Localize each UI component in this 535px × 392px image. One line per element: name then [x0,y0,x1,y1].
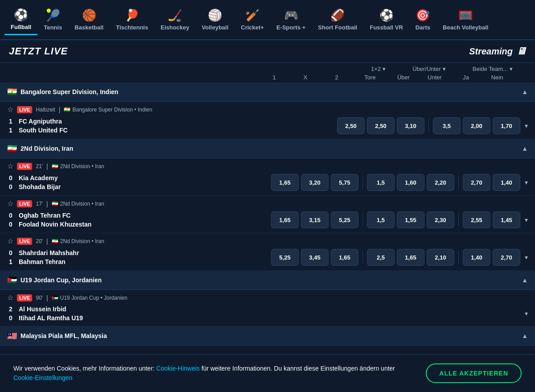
col-x: X [290,74,321,81]
nav-shortfootball[interactable]: 🏈 Short Football [312,5,363,34]
streaming-button[interactable]: Streaming 🖥 [469,45,526,57]
expand-match-icon[interactable]: ▾ [525,122,528,129]
odds-1-m4[interactable]: 5,25 [271,249,299,266]
cookie-settings-link[interactable]: Cookie-Einstellungen [13,374,72,381]
odds-tore-m1[interactable]: 3,5 [433,117,461,134]
odds-unter-m3[interactable]: 2,30 [427,211,454,228]
odds-2-m3[interactable]: 5,25 [331,211,358,228]
nav-fussballvr-label: Fussball VR [370,24,403,31]
odds-tore-m2[interactable]: 1,5 [367,174,395,191]
favorite-star-m5-icon[interactable]: ☆ [7,293,13,302]
dropdown-beide-team[interactable]: Beide Team... ▾ [473,66,513,72]
odds-unter-m4[interactable]: 2,10 [427,249,454,266]
league-bangalore[interactable]: 🇮🇳 Bangalore Super Division, Indien ▲ [0,83,535,102]
eishockey-icon: 🏒 [168,8,182,22]
live-badge-m3: LIVE [17,200,32,207]
team2-m5: Itihad AL Ramtha U19 [19,314,83,322]
favorite-star-m2-icon[interactable]: ☆ [7,162,13,170]
team2-m3: Foolad Novin Khuzestan [19,221,91,228]
scores-m3: 0 0 [7,212,14,228]
odds-nein-m4[interactable]: 2,70 [493,249,520,266]
col-ueber: Über [388,74,419,81]
score2-m5: 0 [9,314,12,322]
cookie-text: Wir verwenden Cookies, mehr Informatione… [13,364,412,383]
odds-ueber-m2[interactable]: 1,60 [397,174,424,191]
odds-x-m2[interactable]: 3,20 [301,174,329,191]
shortfootball-icon: 🏈 [330,8,345,22]
odds-unter-m2[interactable]: 2,20 [427,174,454,191]
nav-esports[interactable]: 🎮 E-Sports + [270,5,312,34]
dropdown-1x2[interactable]: 1×2 ▾ [371,66,386,72]
favorite-star-m3-icon[interactable]: ☆ [7,199,13,208]
score2-m4: 1 [9,258,12,265]
odds-2-m2[interactable]: 5,75 [331,174,358,191]
nav-tennis[interactable]: 🎾 Tennis [37,5,68,34]
team1-m2: Kia Academy [19,174,61,182]
league-malaysia[interactable]: 🇲🇾 Malaysia Piala MFL, Malaysia ▲ [0,326,535,346]
malaysia-flag-icon: 🇲🇾 [7,331,17,341]
odds-1-m3[interactable]: 1,65 [271,211,299,228]
odds-ja-m3[interactable]: 2,55 [463,211,490,228]
top-navigation: ⚽ Fußball 🎾 Tennis 🏀 Basketball 🏓 Tischt… [0,0,535,40]
favorite-star-m4-icon[interactable]: ☆ [7,237,13,245]
monitor-icon: 🖥 [516,45,526,57]
odds-nein-m2[interactable]: 1,40 [493,174,520,191]
league-u19jordan-name: U19 Jordan Cup, Jordanien [21,276,102,284]
odds-1-m1[interactable]: 2,50 [337,117,365,134]
odds-unter-m1[interactable]: 1,70 [493,117,520,134]
odds-tore-m3[interactable]: 1,5 [367,211,395,228]
odds-x-m3[interactable]: 3,15 [301,211,329,228]
league-u19jordan-info: 🇯🇴 U19 Jordan Cup, Jordanien [7,275,102,285]
scores-m2: 0 0 [7,174,14,190]
odds-nein-m3[interactable]: 1,45 [493,211,520,228]
odds-1-m2[interactable]: 1,65 [271,174,299,191]
odds-m2: 1,65 3,20 5,75 1,5 1,60 2,20 2,70 1,40 [271,174,520,191]
dropdowns-container: 1×2 ▾ Über/Unter ▾ Beide Team... ▾ [371,66,513,72]
dropdown-ueber-unter[interactable]: Über/Unter ▾ [412,66,446,72]
league-iran2nd[interactable]: 🇮🇷 2Nd Division, Iran ▲ [0,139,535,158]
nav-fussball[interactable]: ⚽ Fußball [4,4,37,35]
nav-shortfootball-label: Short Football [318,24,357,31]
leagues-container: 🇮🇳 Bangalore Super Division, Indien ▲ ☆ … [0,83,535,346]
nav-cricket[interactable]: 🏏 Cricket+ [235,5,270,34]
favorite-star-icon[interactable]: ☆ [7,105,13,114]
odds-m1: 2,50 2,50 3,10 3,5 2,00 1,70 [337,117,520,134]
col-nein: Nein [482,74,513,81]
cookie-hint-link[interactable]: Cookie-Hinweis [156,365,200,372]
column-dropdowns: 1×2 ▾ Über/Unter ▾ Beide Team... ▾ [0,63,535,72]
expand-match-m2-icon[interactable]: ▾ [525,179,528,186]
odds-x-m4[interactable]: 3,45 [301,249,329,266]
score2-m2: 0 [9,183,12,190]
odds-x-m1[interactable]: 2,50 [367,117,395,134]
expand-match-m4-icon[interactable]: ▾ [525,254,528,261]
nav-beachvolleyball[interactable]: 🥅 Beach Volleyball [436,5,494,34]
nav-darts[interactable]: 🎯 Darts [409,5,436,34]
league-u19jordan[interactable]: 🇯🇴 U19 Jordan Cup, Jordanien ▲ [0,271,535,290]
odds-ueber-m3[interactable]: 1,55 [397,211,424,228]
odds-2-m1[interactable]: 3,10 [397,117,424,134]
match-status: Halbzeit [36,107,55,113]
odds-tore-m4[interactable]: 2,5 [367,249,395,266]
odds-ueber-m4[interactable]: 1,65 [397,249,424,266]
scores-m1: 1 1 [7,118,14,134]
odds-ja-m2[interactable]: 2,70 [463,174,490,191]
expand-match-m5-icon[interactable]: ▾ [525,310,528,317]
col-unter: Unter [419,74,450,81]
match-status-m3: 17' [36,201,43,207]
nav-tischtennis[interactable]: 🏓 Tischtennis [110,5,154,34]
match-m4-meta: ☆ LIVE 20' | 🇮🇷 2Nd Division • Iran [0,233,535,246]
live-badge: LIVE [17,106,32,113]
iran-flag-icon: 🇮🇷 [7,144,17,153]
accept-cookies-button[interactable]: ALLE AKZEPTIEREN [426,363,522,383]
nav-fussballvr[interactable]: ⚽ Fussball VR [363,5,409,34]
nav-eishockey[interactable]: 🏒 Eishockey [154,5,195,34]
match-teams-m4: 0 1 Shahrdari Mahshahr Bahman Tehran [7,249,271,265]
match-league-info-m2: 🇮🇷 2Nd Division • Iran [52,163,104,169]
expand-match-m3-icon[interactable]: ▾ [525,216,528,223]
nav-volleyball[interactable]: 🏐 Volleyball [196,5,235,34]
odds-2-m4[interactable]: 1,65 [331,249,358,266]
score1-m1: 1 [9,118,12,125]
odds-ja-m4[interactable]: 1,40 [463,249,490,266]
nav-basketball[interactable]: 🏀 Basketball [68,5,110,34]
odds-ueber-m1[interactable]: 2,00 [463,117,490,134]
